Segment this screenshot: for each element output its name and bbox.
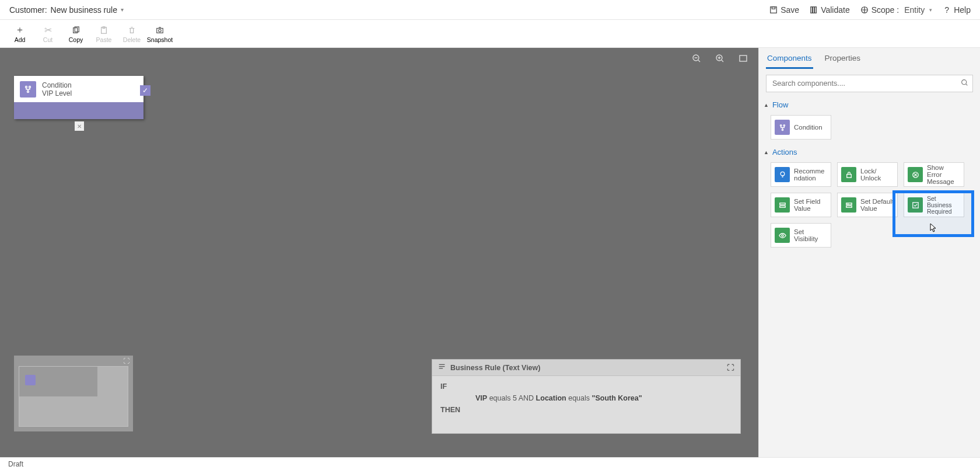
collapse-icon: ▲ — [764, 149, 769, 155]
component-recommendation[interactable]: Recomme ndation — [771, 162, 831, 187]
search-components — [766, 75, 973, 92]
svg-point-17 — [27, 90, 29, 92]
scope-selector[interactable]: Scope : Entity ▾ — [860, 5, 933, 15]
svg-point-20 — [783, 124, 785, 126]
rule-expression: VIP equals 5 AND Location equals "South … — [440, 392, 732, 404]
component-condition[interactable]: Condition — [771, 115, 831, 140]
plus-icon: ＋ — [15, 25, 24, 36]
default-icon — [841, 197, 856, 213]
expand-icon[interactable]: ⛶ — [727, 364, 734, 372]
side-panel: Components Properties ▲ Flow Condition ▲… — [758, 48, 980, 457]
svg-rect-3 — [813, 6, 814, 13]
help-button[interactable]: ? Help — [943, 5, 971, 15]
save-button[interactable]: Save — [769, 5, 799, 15]
chevron-down-icon: ▾ — [121, 6, 124, 13]
svg-point-16 — [29, 86, 31, 88]
lock-icon — [841, 167, 856, 182]
tab-properties[interactable]: Properties — [824, 50, 862, 69]
validate-button[interactable]: Validate — [810, 5, 850, 15]
help-icon: ? — [943, 6, 951, 14]
snapshot-button[interactable]: Snapshot — [146, 25, 174, 43]
search-input[interactable] — [766, 75, 973, 92]
search-icon[interactable] — [961, 79, 968, 88]
then-keyword: THEN — [440, 406, 460, 414]
svg-point-11 — [159, 29, 161, 32]
svg-point-18 — [962, 80, 967, 85]
zoom-out-icon[interactable] — [692, 54, 701, 65]
component-lock-unlock[interactable]: Lock/ Unlock — [837, 162, 898, 187]
camera-icon — [156, 25, 164, 36]
add-button[interactable]: ＋ Add — [6, 25, 34, 43]
help-label: Help — [954, 5, 971, 15]
save-icon — [769, 6, 778, 14]
cut-icon: ✂ — [44, 25, 52, 36]
svg-point-22 — [780, 172, 785, 176]
validate-label: Validate — [821, 5, 850, 15]
svg-rect-0 — [771, 6, 777, 13]
scope-value: Entity — [904, 5, 925, 15]
text-view-panel: Business Rule (Text View) ⛶ IF VIP equal… — [432, 359, 741, 434]
copy-icon — [72, 25, 80, 36]
svg-point-30 — [781, 234, 783, 236]
chevron-down-icon: ▾ — [929, 7, 932, 13]
required-icon — [908, 197, 923, 213]
group-actions-header[interactable]: ▲ Actions — [764, 148, 973, 156]
trash-icon — [128, 25, 136, 36]
svg-point-19 — [780, 124, 781, 126]
svg-rect-29 — [912, 202, 918, 207]
cut-button[interactable]: ✂ Cut — [34, 25, 62, 43]
delete-button[interactable]: Delete — [118, 25, 146, 43]
textview-icon — [438, 363, 446, 372]
status-state: Draft — [8, 460, 23, 468]
svg-rect-4 — [815, 6, 817, 13]
minimap[interactable]: ⛶ — [14, 356, 133, 431]
true-connector[interactable]: ✓ — [140, 85, 150, 96]
svg-rect-27 — [846, 203, 851, 204]
false-connector[interactable]: ✕ — [75, 121, 84, 131]
scope-icon — [860, 6, 869, 14]
component-show-error[interactable]: Show Error Message — [904, 162, 964, 187]
toolbar: ＋ Add ✂ Cut Copy Paste Delete Snapshot — [0, 20, 980, 48]
svg-rect-28 — [846, 206, 851, 207]
condition-node[interactable]: Condition VIP Level ✓ ✕ — [14, 76, 144, 119]
zoom-in-icon[interactable] — [715, 54, 724, 65]
entity-name: Customer: — [9, 5, 47, 15]
lightbulb-icon — [775, 167, 790, 182]
save-label: Save — [780, 5, 799, 15]
fit-screen-icon[interactable] — [738, 54, 748, 65]
svg-point-15 — [26, 86, 27, 88]
paste-icon — [100, 25, 108, 36]
copy-button[interactable]: Copy — [62, 25, 90, 43]
if-keyword: IF — [440, 382, 447, 391]
component-set-required[interactable]: Set Business Required — [904, 193, 964, 217]
validate-icon — [810, 6, 818, 14]
header-bar: Customer: New business rule ▾ Save Valid… — [0, 0, 980, 20]
condition-icon — [775, 120, 790, 135]
breadcrumb[interactable]: Customer: New business rule ▾ — [9, 5, 124, 15]
group-flow-header[interactable]: ▲ Flow — [764, 100, 973, 109]
scope-label: Scope : — [872, 5, 899, 15]
condition-icon — [20, 81, 36, 98]
paste-button[interactable]: Paste — [90, 25, 118, 43]
tab-components[interactable]: Components — [766, 50, 813, 69]
expand-icon[interactable]: ⛶ — [123, 357, 130, 364]
node-type: Condition — [42, 81, 72, 89]
svg-rect-25 — [779, 203, 785, 204]
field-icon — [775, 197, 790, 213]
collapse-icon: ▲ — [764, 102, 769, 108]
designer-canvas[interactable]: Condition VIP Level ✓ ✕ ⛶ Business Rule … — [0, 48, 758, 457]
svg-rect-2 — [811, 6, 813, 13]
component-set-visibility[interactable]: Set Visibility — [771, 223, 831, 248]
rule-name: New business rule — [51, 5, 117, 15]
textview-title: Business Rule (Text View) — [450, 364, 540, 372]
svg-rect-26 — [779, 206, 785, 207]
svg-point-21 — [782, 129, 783, 130]
svg-rect-23 — [846, 174, 851, 177]
component-set-default[interactable]: Set Default Value — [837, 193, 898, 217]
svg-rect-1 — [772, 6, 775, 9]
error-icon — [908, 167, 923, 182]
node-title: VIP Level — [42, 89, 72, 98]
eye-icon — [775, 228, 790, 243]
component-set-field[interactable]: Set Field Value — [771, 193, 831, 217]
svg-rect-14 — [740, 55, 747, 61]
